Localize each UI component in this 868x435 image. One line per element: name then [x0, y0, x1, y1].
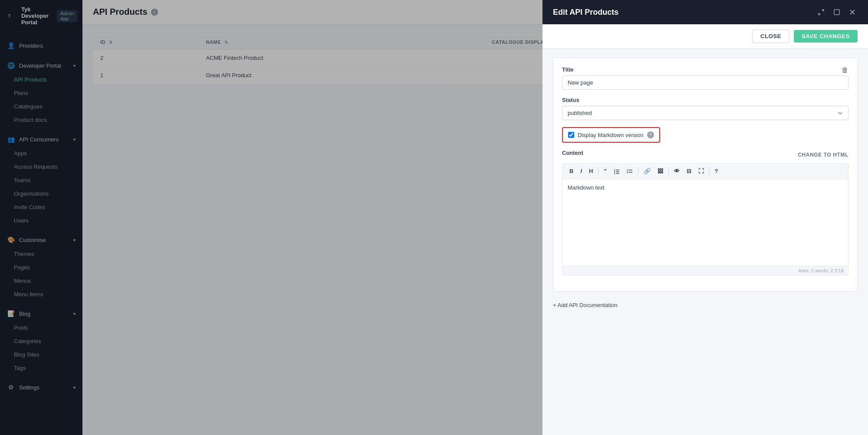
edit-panel-title: Edit API Products	[553, 8, 618, 17]
editor-container: B I H " 1.2. 🔗	[562, 163, 848, 275]
editor-sep	[709, 167, 710, 175]
expand-icon[interactable]	[816, 7, 826, 17]
change-to-html-link[interactable]: CHANGE TO HTML	[798, 152, 848, 158]
display-markdown-row: Display Markdown version ?	[562, 127, 660, 143]
edit-panel-header-actions	[816, 7, 858, 17]
image-button[interactable]: 🖼	[655, 166, 666, 176]
content-field-row: Content CHANGE TO HTML B I H "	[562, 150, 848, 275]
edit-panel-header: Edit API Products	[542, 0, 868, 24]
content-label: Content	[562, 150, 583, 156]
ordered-list-button[interactable]: 1.2.	[624, 167, 635, 176]
editor-sep	[598, 167, 598, 175]
overlay-backdrop: Edit API Products CLOSE SAVE CHANGES 🗑	[0, 0, 868, 435]
status-field-row: Status published draft	[562, 97, 848, 120]
edit-card-main: 🗑 Title Status published draft	[553, 57, 858, 291]
status-select[interactable]: published draft	[562, 106, 848, 120]
add-doc-label: + Add API Documentation	[553, 302, 618, 308]
svg-point-5	[614, 171, 615, 172]
preview-button[interactable]: 👁	[671, 166, 682, 176]
editor-stats: lines: 2 words: 2 2:18	[799, 268, 844, 273]
save-changes-button[interactable]: SAVE CHANGES	[794, 30, 858, 43]
delete-button[interactable]: 🗑	[842, 66, 848, 74]
editor-body[interactable]: Markdown text	[562, 179, 848, 266]
title-label: Title	[562, 66, 848, 73]
quote-button[interactable]: "	[601, 166, 609, 176]
editor-footer: lines: 2 words: 2 2:18	[562, 266, 848, 275]
italic-button[interactable]: I	[578, 166, 585, 176]
editor-toolbar: B I H " 1.2. 🔗	[562, 164, 848, 179]
svg-text:2.: 2.	[627, 171, 629, 173]
title-input[interactable]	[562, 75, 848, 90]
close-button[interactable]: CLOSE	[752, 29, 789, 43]
svg-point-7	[614, 173, 615, 173]
heading-button[interactable]: H	[586, 166, 595, 176]
side-by-side-button[interactable]: ⊟	[684, 166, 694, 176]
unordered-list-button[interactable]	[611, 167, 622, 176]
display-markdown-checkbox[interactable]	[568, 132, 574, 138]
edit-panel-body: 🗑 Title Status published draft	[542, 49, 868, 435]
bold-button[interactable]: B	[567, 166, 576, 176]
status-label: Status	[562, 97, 848, 103]
resize-icon[interactable]	[832, 7, 842, 17]
title-field-row: Title	[562, 66, 848, 90]
close-icon[interactable]	[847, 7, 858, 17]
overlay-spacer	[0, 0, 542, 435]
markdown-info-icon[interactable]: ?	[647, 131, 654, 138]
svg-rect-2	[834, 10, 839, 15]
help-button[interactable]: ?	[712, 166, 721, 176]
svg-point-3	[614, 169, 615, 170]
add-api-documentation-button[interactable]: + Add API Documentation	[553, 298, 618, 312]
edit-panel-toolbar: CLOSE SAVE CHANGES	[542, 24, 868, 49]
editor-sep	[638, 167, 638, 175]
fullscreen-button[interactable]: ⛶	[696, 166, 707, 176]
edit-panel: Edit API Products CLOSE SAVE CHANGES 🗑	[542, 0, 868, 435]
editor-content: Markdown text	[568, 184, 605, 191]
link-button[interactable]: 🔗	[641, 166, 653, 176]
display-markdown-label: Display Markdown version	[578, 132, 644, 138]
editor-sep	[668, 167, 669, 175]
